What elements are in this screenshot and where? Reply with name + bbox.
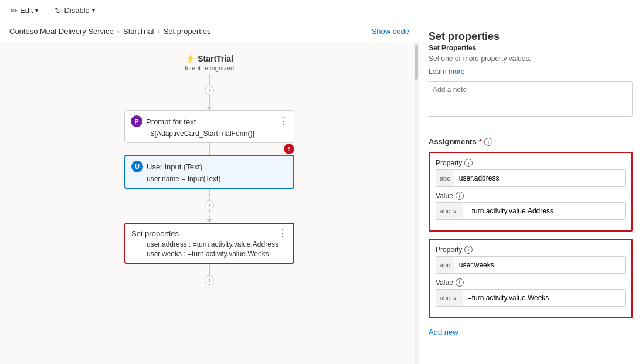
lightning-icon: ⚡ [185, 54, 195, 63]
set-properties-content: user.address : =turn.activity.value.Addr… [131, 240, 287, 258]
right-panel: Set properties Set Properties Set one or… [419, 21, 642, 364]
breadcrumb-intent[interactable]: StartTrial [123, 27, 154, 36]
disable-button[interactable]: ↻ Disable ▾ [51, 5, 98, 16]
value2-field-row[interactable]: abc ∨ [436, 289, 626, 307]
scrollbar[interactable] [414, 42, 419, 364]
property2-info-icon[interactable]: i [464, 246, 473, 254]
add-new-button[interactable]: Add new [429, 325, 633, 339]
assignments-text: Assignments [429, 137, 477, 146]
value1-dropdown-icon[interactable]: ∨ [450, 208, 459, 215]
main-layout: Contoso Meal Delivery Service › StartTri… [0, 21, 642, 364]
prompt-node-content: - ${AdaptiveCard_StartTrialForm()} [131, 130, 288, 138]
prompt-node-label: Prompt for text [146, 117, 196, 126]
show-code-button[interactable]: Show code [372, 27, 409, 36]
value2-dropdown-icon[interactable]: ∨ [450, 295, 459, 301]
panel-description: Set one or more property values. [429, 55, 633, 63]
value1-prefix-text: abc [440, 207, 450, 215]
branch-icon-container: ! [284, 144, 294, 154]
value1-label: Value i [436, 192, 626, 200]
connector-bottom: + [205, 264, 214, 285]
set-prop-line-1: user.address : =turn.activity.value.Addr… [147, 240, 287, 249]
prompt-node-header: P Prompt for text ⋮ [131, 115, 288, 127]
add-node-btn-bottom[interactable]: + [205, 275, 214, 285]
branch-icon-x: ! [288, 146, 290, 152]
value1-info-icon[interactable]: i [456, 192, 464, 200]
value1-input[interactable] [463, 207, 625, 215]
breadcrumb-sep1: › [117, 27, 120, 36]
property1-label: Property i [436, 159, 626, 167]
disable-icon: ↻ [55, 6, 62, 15]
breadcrumb-service[interactable]: Contoso Meal Delivery Service [9, 27, 114, 36]
user-input-label: User input (Text) [147, 162, 202, 171]
user-input-node[interactable]: U User input (Text) user.name = Input(Te… [124, 155, 294, 189]
property1-input[interactable] [454, 174, 625, 182]
breadcrumb: Contoso Meal Delivery Service › StartTri… [9, 27, 211, 36]
value2-prefix-text: abc [440, 294, 450, 301]
property2-label-text: Property [436, 246, 462, 254]
edit-button[interactable]: ✏ Edit ▾ [7, 5, 42, 16]
connector-line-bottom [209, 264, 210, 275]
canvas-inner: ⚡ StartTrial Intent recognized + [0, 42, 419, 347]
connector-line-1 [209, 74, 210, 86]
disable-chevron-icon: ▾ [92, 7, 95, 13]
value1-field-row[interactable]: abc ∨ [436, 202, 626, 220]
start-title-text: StartTrial [198, 54, 233, 63]
divider-1 [429, 131, 633, 131]
start-node-title: ⚡ StartTrial [185, 54, 234, 63]
canvas[interactable]: ⚡ StartTrial Intent recognized + [0, 42, 419, 364]
start-node-container: ⚡ StartTrial Intent recognized + [124, 54, 294, 285]
required-star: * [479, 137, 482, 146]
start-node: ⚡ StartTrial Intent recognized [185, 54, 234, 72]
toolbar: ✏ Edit ▾ ↻ Disable ▾ [0, 0, 642, 21]
scroll-thumb[interactable] [415, 45, 418, 80]
start-subtitle: Intent recognized [185, 64, 234, 72]
property2-field-row[interactable]: abc [436, 256, 626, 274]
value2-label: Value i [436, 278, 626, 287]
breadcrumb-bar: Contoso Meal Delivery Service › StartTri… [0, 21, 419, 42]
edit-chevron-icon: ▾ [35, 7, 38, 13]
value2-info-icon[interactable]: i [456, 278, 464, 287]
add-node-btn-2[interactable]: + [205, 200, 214, 210]
prompt-node-title: P Prompt for text [131, 115, 196, 127]
connector-line-1b [209, 95, 210, 107]
add-node-btn-1[interactable]: + [205, 86, 214, 95]
prompt-node[interactable]: P Prompt for text ⋮ - ${AdaptiveCard_Sta… [124, 110, 294, 143]
connector-1: + [205, 74, 214, 110]
user-input-content: user.name = Input(Text) [131, 175, 287, 183]
edit-icon: ✏ [11, 6, 18, 15]
set-properties-menu[interactable]: ⋮ [278, 229, 287, 238]
property1-info-icon[interactable]: i [464, 159, 473, 167]
breadcrumb-sep2: › [157, 27, 159, 36]
dashed-left [124, 143, 294, 155]
user-input-icon: U [131, 161, 143, 172]
property2-input[interactable] [454, 261, 625, 269]
canvas-area: Contoso Meal Delivery Service › StartTri… [0, 21, 419, 364]
user-input-title: U User input (Text) [131, 161, 202, 172]
disable-label: Disable [64, 6, 89, 15]
set-prop-line-2: user.weeks : =turn.activity.value.Weeks [147, 250, 287, 258]
set-properties-header: Set properties ⋮ [131, 229, 287, 238]
property1-field-row[interactable]: abc [436, 169, 626, 187]
prompt-node-menu[interactable]: ⋮ [278, 117, 288, 126]
dashed-section: ! [124, 143, 294, 155]
dashed-line-1 [209, 143, 210, 155]
value2-label-text: Value [436, 278, 453, 287]
dashed-connector-2: + [205, 189, 214, 223]
set-properties-node[interactable]: Set properties ⋮ user.address : =turn.ac… [124, 223, 294, 264]
edit-label: Edit [20, 6, 33, 15]
value2-input[interactable] [463, 294, 625, 302]
value2-prefix: abc ∨ [436, 290, 463, 306]
dashed-line-2 [209, 189, 210, 200]
learn-more-link[interactable]: Learn more [429, 67, 633, 76]
value1-prefix: abc ∨ [436, 203, 463, 219]
assignments-label: Assignments * i [429, 137, 633, 146]
value1-label-text: Value [436, 192, 453, 200]
note-textarea[interactable] [429, 81, 633, 117]
panel-subtitle: Set Properties [429, 44, 633, 52]
assignments-info-icon[interactable]: i [484, 138, 492, 146]
property2-label: Property i [436, 246, 626, 254]
set-properties-title: Set properties [131, 229, 179, 238]
set-properties-label: Set properties [131, 229, 179, 238]
assignment-block-2: Property i abc Value i abc ∨ [429, 239, 633, 318]
assignment-block-1: Property i abc Value i abc ∨ [429, 152, 633, 232]
